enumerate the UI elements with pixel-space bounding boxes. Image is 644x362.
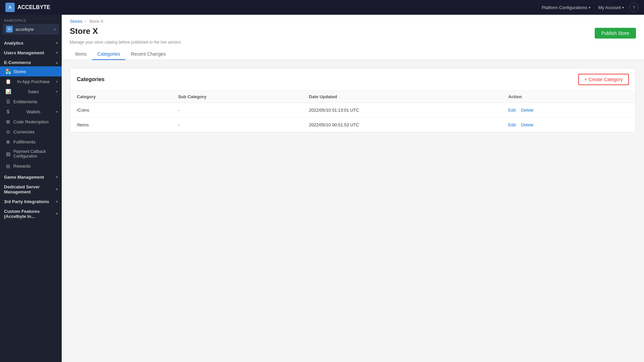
breadcrumb-separator: >	[85, 19, 87, 24]
breadcrumb-store-x: Store X	[89, 19, 103, 24]
tab-categories[interactable]: Categories	[92, 49, 125, 60]
breadcrumb-stores[interactable]: Stores	[70, 19, 83, 24]
namespace-value: accelbyte	[15, 27, 34, 32]
tab-recent-changes[interactable]: Recent Changes	[125, 49, 171, 60]
in-app-purchase-chevron: ▾	[56, 80, 58, 83]
namespace-chevron: ▾	[54, 27, 56, 31]
stores-label: Stores	[13, 69, 26, 74]
users-management-label: Users Management	[4, 50, 44, 55]
cell-date-updated-0: 2022/05/10 01:13:01 UTC	[302, 103, 501, 118]
col-date-updated: Date Updated	[302, 91, 501, 103]
third-party-chevron: ▾	[56, 200, 58, 203]
table-row: /Coins - 2022/05/10 01:13:01 UTC Edit De…	[70, 103, 636, 118]
sidebar-dedicated-server-header[interactable]: Dedicated Server Management ▾	[0, 181, 62, 196]
sidebar-item-stores[interactable]: 🏪 Stores	[0, 66, 62, 76]
sidebar-item-in-app-purchase[interactable]: 📋 In-App Purchase ▾	[0, 76, 62, 86]
categories-table: Category Sub Category Date Updated Actio…	[70, 91, 636, 132]
payment-callback-label: Payment Callback Configuration	[13, 149, 58, 159]
third-party-label: 3rd Party Integrations	[4, 199, 49, 204]
edit-link-1[interactable]: Edit	[508, 122, 516, 127]
sidebar-custom-features-header[interactable]: Custom Features (Accelbyte In... ▾	[0, 205, 62, 220]
fulfillments-icon: ⊕	[5, 139, 11, 144]
platform-configs-menu[interactable]: Platform Configurations ▾	[539, 4, 593, 11]
col-sub-category: Sub Category	[171, 91, 302, 103]
dedicated-server-label: Dedicated Server Management	[4, 184, 56, 194]
sidebar-item-sales[interactable]: 📊 Sales ▾	[0, 86, 62, 97]
delete-link-0[interactable]: Delete	[521, 108, 534, 113]
rewards-label: Rewards	[13, 164, 31, 169]
page-subtitle: Manage your store catalog before publish…	[70, 40, 636, 45]
currencies-icon: ⊙	[5, 129, 11, 134]
account-chevron: ▾	[622, 6, 624, 9]
table-header: Category Sub Category Date Updated Actio…	[70, 91, 636, 103]
game-management-chevron: ▾	[56, 175, 58, 179]
cell-date-updated-1: 2022/05/10 00:51:53 UTC	[302, 118, 501, 132]
account-label: My Account	[598, 5, 621, 10]
ecommerce-label: E-Commerce	[4, 60, 31, 65]
sidebar-item-payment-callback[interactable]: ▤ Payment Callback Configuration	[0, 147, 62, 161]
sidebar-item-entitlements[interactable]: ☰ Entitlements	[0, 97, 62, 107]
ecommerce-chevron: ▴	[56, 61, 58, 64]
in-app-purchase-label: In-App Purchase	[17, 79, 50, 84]
content-header: Stores > Store X Store X Publish Store M…	[62, 15, 644, 60]
categories-title: Categories	[77, 76, 105, 82]
payment-callback-icon: ▤	[5, 151, 11, 157]
sidebar-game-management-header[interactable]: Game Management ▾	[0, 171, 62, 181]
currencies-label: Currencies	[13, 129, 35, 134]
wallets-icon: $	[5, 109, 11, 114]
section-card-header: Categories + Create Category	[70, 68, 636, 91]
sidebar-item-currencies[interactable]: ⊙ Currencies	[0, 127, 62, 137]
cell-sub-category-0: -	[171, 103, 302, 118]
sales-icon: 📊	[5, 89, 11, 94]
code-redemption-label: Code Redemption	[13, 119, 49, 124]
main-content: Stores > Store X Store X Publish Store M…	[62, 15, 644, 362]
wallets-label: Wallets	[26, 109, 40, 114]
tabs: Items Categories Recent Changes	[70, 49, 636, 60]
sidebar-ecommerce-header[interactable]: E-Commerce ▴	[0, 57, 62, 66]
topbar: A ACCELBYTE Platform Configurations ▾ My…	[0, 0, 644, 15]
custom-features-label: Custom Features (Accelbyte In...	[4, 209, 56, 219]
platform-configs-chevron: ▾	[589, 6, 590, 9]
code-redemption-icon: ⊞	[5, 119, 11, 124]
account-menu[interactable]: My Account ▾	[596, 4, 627, 11]
tab-items[interactable]: Items	[70, 49, 92, 60]
fulfillments-label: Fulfillments	[13, 139, 36, 144]
platform-configs-label: Platform Configurations	[542, 5, 587, 10]
custom-features-chevron: ▾	[56, 212, 58, 216]
cell-action-0: Edit Delete	[501, 103, 636, 118]
entitlements-label: Entitlements	[13, 99, 38, 104]
in-app-purchase-icon: 📋	[5, 79, 11, 84]
namespace-selector[interactable]: N accelbyte ▾	[3, 24, 59, 35]
page-title-row: Store X Publish Store	[70, 26, 636, 39]
table-row: /Items - 2022/05/10 00:51:53 UTC Edit De…	[70, 118, 636, 132]
sidebar-item-code-redemption[interactable]: ⊞ Code Redemption	[0, 117, 62, 127]
analytics-label: Analytics	[4, 41, 23, 46]
page-title: Store X	[70, 26, 98, 36]
sidebar-analytics-header[interactable]: Analytics ▾	[0, 37, 62, 47]
sidebar-item-fulfillments[interactable]: ⊕ Fulfillments	[0, 137, 62, 147]
sales-label: Sales	[28, 89, 39, 94]
sidebar-users-management-header[interactable]: Users Management ▾	[0, 47, 62, 57]
breadcrumb: Stores > Store X	[70, 19, 636, 24]
cell-action-1: Edit Delete	[501, 118, 636, 132]
create-category-button[interactable]: + Create Category	[578, 74, 629, 85]
analytics-chevron: ▾	[56, 41, 58, 45]
sidebar-item-wallets[interactable]: $ Wallets ▾	[0, 107, 62, 117]
sidebar-third-party-header[interactable]: 3rd Party Integrations ▾	[0, 196, 62, 205]
cell-category-1: /Items	[70, 118, 171, 132]
game-management-label: Game Management	[4, 175, 44, 180]
logo: A ACCELBYTE	[5, 3, 50, 12]
dedicated-server-chevron: ▾	[56, 187, 58, 191]
help-button[interactable]: ?	[629, 3, 639, 12]
wallets-chevron: ▾	[56, 110, 58, 114]
cell-sub-category-1: -	[171, 118, 302, 132]
table-body: /Coins - 2022/05/10 01:13:01 UTC Edit De…	[70, 103, 636, 132]
publish-store-button[interactable]: Publish Store	[595, 28, 636, 39]
content-body: Categories + Create Category Category Su…	[62, 60, 644, 362]
col-category: Category	[70, 91, 171, 103]
delete-link-1[interactable]: Delete	[521, 122, 534, 127]
cell-category-0: /Coins	[70, 103, 171, 118]
rewards-icon: ⊟	[5, 164, 11, 169]
sidebar-item-rewards[interactable]: ⊟ Rewards	[0, 161, 62, 171]
edit-link-0[interactable]: Edit	[508, 108, 516, 113]
